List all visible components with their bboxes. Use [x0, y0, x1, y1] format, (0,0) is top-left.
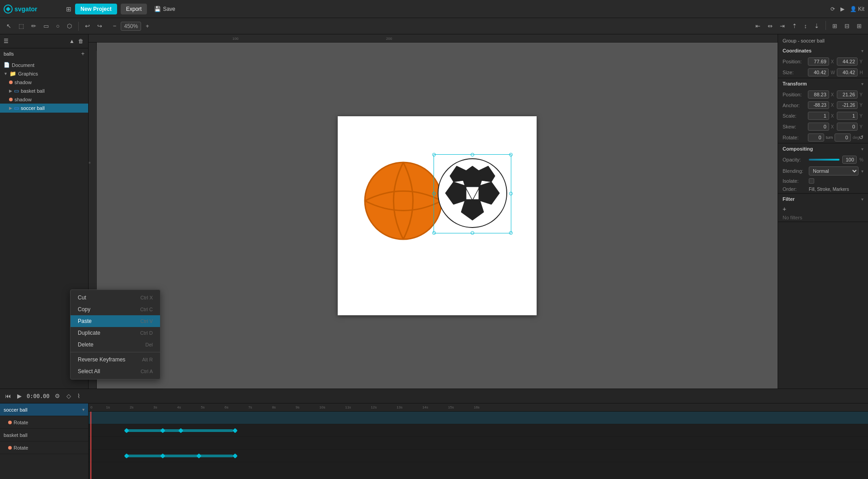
project-name-input[interactable]: balls — [4, 51, 79, 57]
zoom-plus-button[interactable]: + — [143, 21, 152, 31]
zoom-value[interactable]: 450% — [121, 22, 141, 31]
grid-icon[interactable]: ⊞ — [66, 5, 71, 13]
anchor-y[interactable]: -21.26 — [837, 101, 858, 109]
layer-collapse-button[interactable]: ▲ — [68, 37, 75, 45]
sync-icon[interactable]: ⟳ — [830, 6, 835, 12]
tl-row-rotate1[interactable]: Rotate — [0, 416, 88, 429]
ctx-paste[interactable]: Paste Ctrl V — [71, 315, 160, 327]
layers-menu-icon[interactable]: ☰ — [4, 38, 9, 44]
playhead[interactable] — [90, 412, 91, 479]
opacity-slider[interactable] — [809, 159, 840, 161]
kf-r1-4[interactable] — [232, 428, 237, 433]
marquee-tool[interactable]: ⬚ — [16, 21, 27, 31]
scale-y[interactable]: 1 — [837, 112, 858, 120]
rotate2-track[interactable] — [89, 450, 868, 462]
tl-row-soccer-ball[interactable]: soccer ball ▾ — [0, 403, 88, 416]
scale-x[interactable]: 1 — [808, 112, 829, 120]
sel-handle-mb[interactable] — [471, 231, 474, 235]
order-value[interactable]: Fill, Stroke, Markers — [809, 187, 849, 192]
rect-tool[interactable]: ▭ — [41, 21, 52, 31]
ctx-cut[interactable]: Cut Ctrl X — [71, 292, 160, 304]
layer-item-shadow2[interactable]: shadow — [0, 95, 88, 104]
zoom-minus-button[interactable]: − — [110, 21, 119, 31]
kf-r2-2[interactable] — [160, 453, 165, 458]
tl-keyframe-button[interactable]: ◇ — [65, 391, 72, 401]
filter-add-button[interactable]: + — [778, 204, 791, 213]
blending-select[interactable]: Normal — [809, 166, 859, 175]
isolate-checkbox[interactable] — [809, 178, 814, 184]
position-y-val[interactable]: 44.22 — [837, 57, 858, 66]
tl-play-button[interactable]: ▶ — [16, 391, 23, 401]
kf-r2-3[interactable] — [196, 453, 201, 458]
layer-item-basketball[interactable]: ▶ ▭ basket ball — [0, 86, 88, 95]
export-button[interactable]: Export — [121, 4, 147, 14]
opacity-value[interactable]: 100 — [842, 156, 857, 164]
circle-tool[interactable]: ○ — [53, 21, 62, 31]
compositing-header[interactable]: Compositing ▾ — [778, 143, 868, 154]
basketball-track[interactable] — [89, 437, 868, 450]
redo-button[interactable]: ↪ — [94, 21, 105, 31]
filter-header[interactable]: Filter ▾ — [778, 194, 868, 204]
canvas-content[interactable] — [97, 43, 778, 389]
blending-expand-icon[interactable]: ▾ — [861, 169, 863, 174]
align-center-icon[interactable]: ⇔ — [765, 21, 775, 31]
size-h-val[interactable]: 40.42 — [837, 68, 858, 76]
canvas-white[interactable] — [338, 116, 537, 315]
sel-handle-mt[interactable] — [471, 153, 474, 157]
soccerball-ball[interactable] — [436, 157, 509, 231]
ctx-reverse-keyframes[interactable]: Reverse Keyframes Alt R — [71, 354, 160, 365]
layer-item-soccerball[interactable]: ▶ ▭ soccer ball — [0, 104, 88, 113]
kf-r2-4[interactable] — [232, 453, 237, 458]
snap-icon[interactable]: ⊞ — [830, 21, 840, 31]
rotate1-track[interactable] — [89, 424, 868, 437]
star-tool[interactable]: ⬡ — [64, 21, 75, 31]
undo-button[interactable]: ↩ — [82, 21, 93, 31]
canvas-area[interactable]: 100 200 8 — [89, 34, 778, 389]
tl-ease-button[interactable]: ⌇ — [76, 391, 81, 401]
ctx-copy[interactable]: Copy Ctrl C — [71, 304, 160, 315]
skew-y[interactable]: 0 — [837, 123, 858, 131]
kf-r1-3[interactable] — [178, 428, 183, 433]
align-middle-icon[interactable]: ↕ — [802, 21, 810, 31]
position-x-val[interactable]: 77.69 — [808, 57, 829, 66]
grid-icon[interactable]: ⊟ — [842, 21, 852, 31]
size-w-val[interactable]: 40.42 — [808, 68, 829, 76]
rotate-deg[interactable]: 0 — [835, 133, 851, 142]
new-project-button[interactable]: New Project — [75, 4, 117, 14]
sel-handle-br[interactable] — [509, 231, 513, 235]
sel-handle-tr[interactable] — [509, 153, 513, 157]
kf-r1-2[interactable] — [160, 428, 165, 433]
user-avatar[interactable]: 👤 Kit — [850, 6, 864, 12]
coordinates-header[interactable]: Coordinates ▾ — [778, 45, 868, 56]
basketball-ball[interactable] — [364, 161, 443, 242]
tl-skip-back-button[interactable]: ⏮ — [4, 391, 12, 401]
pointer-tool[interactable]: ↖ — [4, 21, 14, 31]
layer-item-graphics[interactable]: ▼ 📁 Graphics — [0, 69, 88, 78]
kf-r1-1[interactable] — [124, 428, 129, 433]
align-bottom-icon[interactable]: ⇣ — [811, 21, 822, 31]
rotate-val[interactable]: 0 — [808, 133, 824, 142]
topbar-grid-icon[interactable]: ⊞ — [66, 5, 71, 13]
skew-x[interactable]: 0 — [808, 123, 829, 131]
align-top-icon[interactable]: ⇡ — [789, 21, 800, 31]
transform-pos-x[interactable]: 88.23 — [808, 90, 829, 99]
ctx-delete[interactable]: Delete Del — [71, 339, 160, 351]
tl-row-basketball[interactable]: basket ball — [0, 429, 88, 441]
sel-handle-mr[interactable] — [509, 192, 513, 195]
tl-row-rotate2[interactable]: Rotate — [0, 441, 88, 454]
ctx-duplicate[interactable]: Duplicate Ctrl D — [71, 327, 160, 339]
pen-tool[interactable]: ✏ — [28, 21, 39, 31]
layer-delete-button[interactable]: 🗑 — [77, 37, 85, 45]
tl-soccer-select-arrow[interactable]: ▾ — [82, 407, 85, 412]
sel-handle-tl[interactable] — [432, 153, 436, 157]
kf-r2-1[interactable] — [124, 453, 129, 458]
transform-header[interactable]: Transform ▾ — [778, 78, 868, 89]
play-icon[interactable]: ▶ — [840, 6, 844, 12]
transform-pos-y[interactable]: 21.26 — [837, 90, 858, 99]
soccer-ball-track[interactable] — [89, 412, 868, 424]
anchor-x[interactable]: -88.23 — [808, 101, 829, 109]
align-right-icon[interactable]: ⇥ — [777, 21, 788, 31]
ctx-select-all[interactable]: Select All Ctrl A — [71, 365, 160, 377]
layer-item-shadow1[interactable]: shadow — [0, 78, 88, 86]
guides-icon[interactable]: ⊞ — [854, 21, 864, 31]
